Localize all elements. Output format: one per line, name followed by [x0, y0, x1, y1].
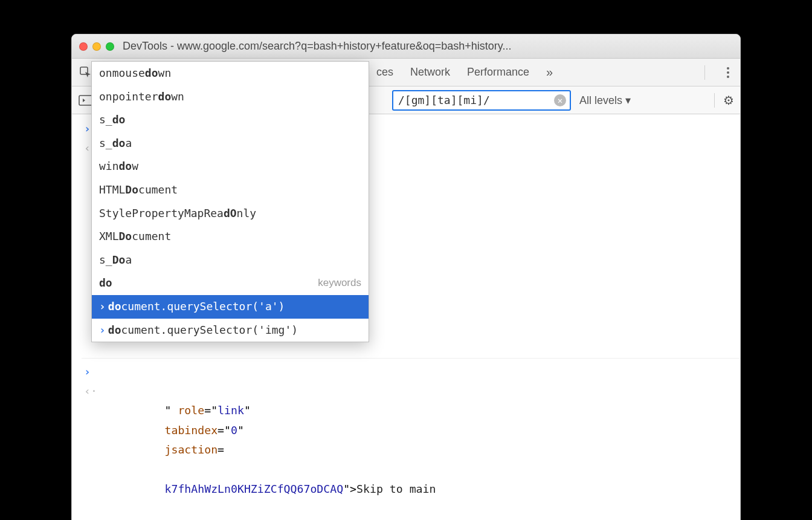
console-content: › ‹· irthday " height="33" src="/logos/d…: [72, 114, 740, 520]
titlebar: DevTools - www.google.com/search?q=bash+…: [72, 34, 740, 59]
fullscreen-window-button[interactable]: [106, 42, 114, 51]
autocomplete-item[interactable]: dokeywords: [92, 271, 369, 295]
minimize-window-button[interactable]: [92, 42, 101, 51]
autocomplete-item[interactable]: XMLDocument: [92, 225, 369, 249]
svg-rect-1: [79, 96, 92, 105]
autocomplete-item[interactable]: HTMLDocument: [92, 178, 369, 202]
separator: [714, 93, 715, 108]
window-title: DevTools - www.google.com/search?q=bash+…: [123, 40, 512, 53]
autocomplete-item[interactable]: StylePropertyMapReadOnly: [92, 202, 369, 226]
autocomplete-item[interactable]: s_do: [92, 108, 369, 132]
tab-sources-partial[interactable]: ces: [376, 66, 393, 79]
close-window-button[interactable]: [79, 42, 88, 51]
tab-performance[interactable]: Performance: [467, 66, 529, 79]
autocomplete-item[interactable]: onpointerdown: [92, 85, 369, 109]
autocomplete-item[interactable]: ›document.querySelector('a'): [92, 295, 369, 319]
console-code: " role="link" tabindex="0" jsaction= k7f…: [98, 382, 448, 519]
autocomplete-popup: onmousedownonpointerdowns_dos_doawindowH…: [91, 61, 369, 342]
devtools-window: DevTools - www.google.com/search?q=bash+…: [71, 34, 741, 520]
autocomplete-item[interactable]: ›document.querySelector('img'): [92, 319, 369, 342]
more-tabs-icon[interactable]: »: [546, 65, 553, 79]
autocomplete-item[interactable]: window: [92, 155, 369, 178]
console-settings-icon[interactable]: ⚙: [723, 93, 734, 108]
settings-menu-icon[interactable]: [722, 67, 734, 78]
autocomplete-item[interactable]: onmousedown: [92, 62, 369, 85]
console-input-row: ›: [82, 362, 740, 382]
traffic-lights: [79, 42, 114, 51]
tab-network[interactable]: Network: [410, 66, 450, 79]
autocomplete-item[interactable]: s_doa: [92, 132, 369, 155]
output-caret-icon: ‹·: [84, 382, 92, 401]
console-output-row: ‹· " role="link" tabindex="0" jsaction= …: [82, 382, 740, 519]
filter-value: /[gm][ta][mi]/: [398, 94, 554, 106]
console-filter-input[interactable]: /[gm][ta][mi]/ ✕: [392, 90, 571, 111]
prompt-caret-icon: ›: [84, 362, 92, 382]
separator: [704, 65, 705, 80]
log-levels-dropdown[interactable]: All levels ▾: [579, 94, 631, 107]
clear-filter-icon[interactable]: ✕: [554, 94, 566, 106]
autocomplete-item[interactable]: s_Doa: [92, 249, 369, 272]
